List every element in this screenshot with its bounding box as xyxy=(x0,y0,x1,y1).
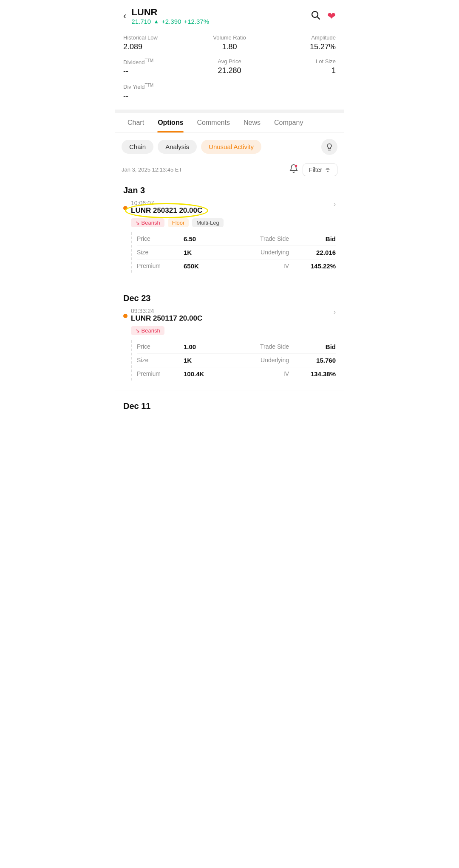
stat-row-left: Size1K xyxy=(137,357,192,364)
search-icon[interactable] xyxy=(310,10,320,23)
section-date-1: Dec 23 xyxy=(115,290,344,307)
back-button[interactable]: ‹ xyxy=(123,11,126,22)
trade-info: 10:06:07LUNR 250321 20.00C xyxy=(131,200,202,215)
header-icons: ❤ xyxy=(310,10,336,23)
trade-stat-row: Size1KUnderlying22.016 xyxy=(137,246,336,259)
bell-icon[interactable] xyxy=(289,164,298,175)
lot-size-value: 1 xyxy=(265,66,336,75)
section-divider xyxy=(115,110,344,113)
stat-amplitude: Amplitude 15.27% xyxy=(265,34,336,51)
timestamp: Jan 3, 2025 12:13:45 ET xyxy=(122,166,182,173)
tag-floor: Floor xyxy=(168,218,189,227)
stat-row-left: Price1.00 xyxy=(137,343,196,350)
trade-stat-row: Price6.50Trade SideBid xyxy=(137,232,336,246)
ticker-change-pct: +12.37% xyxy=(184,18,209,25)
stat-row-right: IV145.22% xyxy=(255,262,336,270)
trade-stat-row: Size1KUnderlying15.760 xyxy=(137,354,336,367)
stat-key2: Trade Side xyxy=(255,343,289,350)
stat-key2: Trade Side xyxy=(255,235,289,242)
stat-value: 1K xyxy=(184,357,192,364)
amplitude-value: 15.27% xyxy=(265,42,336,51)
stat-value: 6.50 xyxy=(184,235,196,242)
trade-dot-icon xyxy=(123,206,128,210)
chevron-right-icon: › xyxy=(334,200,336,208)
stat-row-left: Premium650K xyxy=(137,262,199,270)
stat-row-left: Price6.50 xyxy=(137,235,196,242)
header: ‹ LUNR 21.710 ▲ +2.390 +12.37% ❤ xyxy=(115,0,344,29)
dividend-label: DividendTTM xyxy=(123,58,194,65)
stat-key: Size xyxy=(137,249,167,256)
stat-key: Price xyxy=(137,343,167,350)
bulb-button[interactable] xyxy=(321,139,337,155)
trade-time: 10:06:07 xyxy=(131,200,202,206)
ticker-name: LUNR xyxy=(131,7,209,18)
filter-label: Filter xyxy=(309,166,322,173)
stat-key2: Underlying xyxy=(255,357,289,364)
trade-header-left: 10:06:07LUNR 250321 20.00C xyxy=(123,200,202,215)
stat-value2: 145.22% xyxy=(306,262,336,270)
tab-news[interactable]: News xyxy=(238,113,266,132)
stat-value: 1.00 xyxy=(184,343,196,350)
subtab-unusual-activity[interactable]: Unusual Activity xyxy=(201,140,261,154)
div-yield-label: Div YieldTTM xyxy=(123,83,194,90)
tags-row: ↘ Bearish xyxy=(131,326,336,335)
stat-value2: Bid xyxy=(306,235,336,242)
ticker-change: +2.390 xyxy=(162,18,181,25)
favorite-icon[interactable]: ❤ xyxy=(327,10,336,22)
time-filter-row: Jan 3, 2025 12:13:45 ET Filter xyxy=(115,161,344,182)
stat-key: Premium xyxy=(137,370,167,377)
sub-tabs-row: Chain Analysis Unusual Activity xyxy=(115,133,344,161)
svg-point-2 xyxy=(295,165,298,167)
stat-key: Size xyxy=(137,357,167,364)
section-date-2: Dec 11 xyxy=(115,398,344,415)
stat-row-left: Premium100.4K xyxy=(137,370,204,378)
tab-options[interactable]: Options xyxy=(152,113,189,132)
stat-row-right: Trade SideBid xyxy=(255,343,336,350)
stat-value2: 22.016 xyxy=(306,249,336,256)
right-actions: Filter xyxy=(289,163,337,176)
tag-bearish: ↘ Bearish xyxy=(131,218,164,227)
volume-ratio-value: 1.80 xyxy=(194,42,265,51)
stat-value: 650K xyxy=(184,262,199,270)
stat-value2: Bid xyxy=(306,343,336,350)
trade-stats-rows: Price1.00Trade SideBidSize1KUnderlying15… xyxy=(131,340,336,380)
ticker-price-row: 21.710 ▲ +2.390 +12.37% xyxy=(131,18,209,25)
tab-comments[interactable]: Comments xyxy=(191,113,236,132)
tag-bearish: ↘ Bearish xyxy=(131,326,164,335)
avg-price-value: 21.280 xyxy=(194,66,265,75)
section-divider xyxy=(115,283,344,283)
stat-historical-low: Historical Low 2.089 xyxy=(123,34,194,51)
tab-chart[interactable]: Chart xyxy=(122,113,150,132)
stat-row-right: IV134.38% xyxy=(255,370,336,378)
trade-title-row: LUNR 250117 20.00C xyxy=(131,314,202,323)
subtab-chain[interactable]: Chain xyxy=(122,140,153,154)
trade-title-row: LUNR 250321 20.00C xyxy=(131,206,202,215)
stat-value2: 134.38% xyxy=(306,370,336,378)
trade-stat-row: Premium650KIV145.22% xyxy=(137,259,336,273)
filter-button[interactable]: Filter xyxy=(303,163,337,176)
up-arrow-icon: ▲ xyxy=(153,18,159,25)
tabs-row: Chart Options Comments News Company xyxy=(115,113,344,133)
stat-dividend: DividendTTM -- xyxy=(123,58,194,76)
trade-stat-row: Premium100.4KIV134.38% xyxy=(137,367,336,380)
svg-line-1 xyxy=(317,17,320,19)
trade-header[interactable]: 10:06:07LUNR 250321 20.00C› xyxy=(123,200,336,215)
stat-key: Premium xyxy=(137,262,167,269)
trade-header[interactable]: 09:33:24LUNR 250117 20.00C› xyxy=(123,307,336,323)
amplitude-label: Amplitude xyxy=(265,34,336,41)
sections-container: Jan 310:06:07LUNR 250321 20.00C›↘ Bearis… xyxy=(115,182,344,415)
chevron-right-icon: › xyxy=(334,308,336,316)
trade-stat-row: Price1.00Trade SideBid xyxy=(137,340,336,354)
tags-row: ↘ BearishFloorMulti-Leg xyxy=(131,218,336,227)
historical-low-value: 2.089 xyxy=(123,42,194,51)
tab-company[interactable]: Company xyxy=(268,113,309,132)
stat-key2: IV xyxy=(255,262,289,269)
stats-grid: Historical Low 2.089 Volume Ratio 1.80 A… xyxy=(115,29,344,104)
trade-card-0-0: 10:06:07LUNR 250321 20.00C›↘ BearishFloo… xyxy=(115,200,344,281)
trade-info: 09:33:24LUNR 250117 20.00C xyxy=(131,307,202,323)
stat-value: 1K xyxy=(184,249,192,256)
stat-row-left: Size1K xyxy=(137,249,192,256)
ticker-price: 21.710 xyxy=(131,18,151,25)
subtab-analysis[interactable]: Analysis xyxy=(158,140,197,154)
stat-volume-ratio: Volume Ratio 1.80 xyxy=(194,34,265,51)
